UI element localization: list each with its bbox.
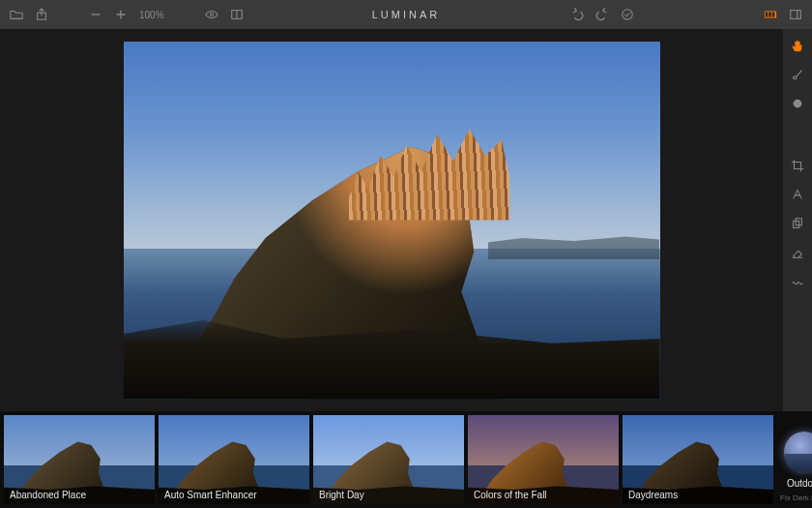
share-icon[interactable] [35,8,48,21]
open-folder-icon[interactable] [10,8,23,21]
preset-filmstrip: Abandoned Place Auto Smart Enhancer Brig… [0,411,812,508]
right-toolbar [783,29,812,411]
preset-category-label: Outdoor [787,478,812,489]
toolbar-right-group [406,8,802,21]
preset-label: Bright Day [319,490,364,500]
main-photo [124,42,660,400]
svg-rect-7 [772,12,775,16]
clone-tool-icon[interactable] [791,217,804,230]
globe-icon [784,432,812,472]
app-title: LUMINAR [372,9,441,20]
hand-tool-icon[interactable] [791,39,804,52]
preset-label: Colors of the Fall [474,490,547,500]
preset-thumbnail[interactable]: Abandoned Place [4,415,155,504]
preset-label: Daydreams [628,490,678,500]
preset-category-button[interactable]: Outdoor Fix Dark Land [777,415,812,504]
preset-thumbnail[interactable]: Colors of the Fall [468,415,619,504]
zoom-level-label[interactable]: 100% [139,10,164,20]
svg-point-1 [210,13,213,15]
side-panel-icon[interactable] [789,8,802,21]
canvas-area[interactable] [0,29,783,411]
preset-thumbnail[interactable]: Daydreams [623,415,773,504]
brush-tool-icon[interactable] [791,68,804,81]
crop-tool-icon[interactable] [791,159,804,172]
plus-icon[interactable] [114,8,128,21]
filmstrip-icon[interactable] [764,8,777,21]
denoise-tool-icon[interactable] [791,275,804,288]
svg-point-3 [623,10,633,20]
transform-tool-icon[interactable] [791,188,804,201]
preset-category-sublabel: Fix Dark Land [780,493,812,502]
top-toolbar: 100% LUMINAR [0,0,812,29]
checkmark-circle-icon[interactable] [621,8,634,21]
minus-icon[interactable] [89,8,102,21]
erase-tool-icon[interactable] [791,246,804,259]
redo-icon[interactable] [595,8,609,21]
preset-label: Auto Smart Enhancer [164,490,257,500]
preset-thumbnail[interactable]: Bright Day [313,415,464,504]
radial-mask-icon[interactable] [791,97,804,110]
preset-thumbnail[interactable]: Auto Smart Enhancer [159,415,309,504]
eye-icon[interactable] [205,8,218,21]
preset-label: Abandoned Place [10,490,86,500]
svg-point-9 [794,100,802,108]
compare-split-icon[interactable] [230,8,244,21]
undo-icon[interactable] [570,8,584,21]
toolbar-left-group: 100% [10,8,406,21]
svg-rect-8 [791,11,801,19]
svg-rect-6 [768,12,771,16]
svg-rect-5 [766,12,768,16]
